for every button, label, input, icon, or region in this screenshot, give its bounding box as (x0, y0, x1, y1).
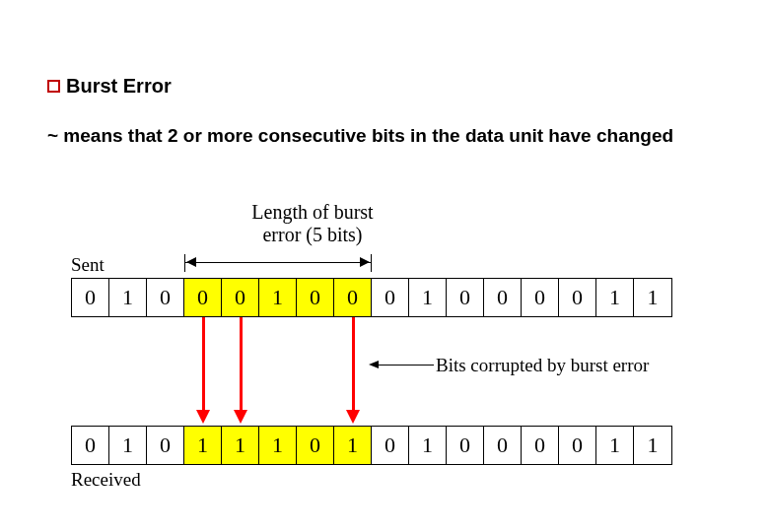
bit-cell: 1 (259, 279, 297, 316)
bit-cell: 0 (522, 279, 559, 316)
burst-span-indicator (184, 254, 372, 272)
bit-cell: 0 (522, 427, 559, 464)
bit-cell: 1 (634, 279, 671, 316)
bit-cell: 0 (372, 427, 409, 464)
bit-cell: 1 (334, 427, 372, 464)
bit-cell: 0 (447, 427, 484, 464)
bit-cell: 0 (484, 279, 522, 316)
received-label: Received (71, 469, 141, 491)
bit-cell: 1 (596, 279, 634, 316)
bit-cell: 1 (409, 427, 447, 464)
bit-cell: 0 (147, 427, 184, 464)
burst-error-diagram: Length of burst error (5 bits) Sent 0100… (71, 197, 698, 512)
bullet-square-icon (47, 80, 60, 93)
bit-cell: 0 (297, 279, 334, 316)
corrupted-bits-label: Bits corrupted by burst error (436, 355, 649, 376)
bit-cell: 0 (559, 427, 596, 464)
span-tick-left (184, 254, 185, 272)
bit-cell: 1 (259, 427, 297, 464)
bit-cell: 0 (447, 279, 484, 316)
sent-label: Sent (71, 254, 105, 276)
span-tick-right (371, 254, 372, 272)
bit-cell: 0 (147, 279, 184, 316)
definition-text: ~ means that 2 or more consecutive bits … (47, 118, 710, 153)
corrupt-arrow-head-icon (369, 361, 379, 368)
bit-cell: 0 (297, 427, 334, 464)
change-arrow-icon (350, 317, 356, 424)
sent-bit-row: 0100010001000011 (71, 278, 672, 317)
corrupt-arrow-line (377, 365, 434, 366)
received-bit-row: 0101110101000011 (71, 426, 672, 465)
bit-cell: 1 (109, 427, 147, 464)
change-arrow-icon (200, 317, 206, 424)
bit-cell: 0 (484, 427, 522, 464)
bit-cell: 1 (109, 279, 147, 316)
bit-cell: 1 (222, 427, 259, 464)
arrow-right-icon (360, 257, 370, 267)
bit-cell: 0 (334, 279, 372, 316)
span-bar (184, 262, 372, 263)
title-row: Burst Error (47, 75, 172, 98)
bit-cell: 1 (184, 427, 222, 464)
change-arrow-icon (238, 317, 244, 424)
bit-cell: 0 (559, 279, 596, 316)
bit-cell: 0 (222, 279, 259, 316)
length-line1: Length of burst (251, 201, 373, 223)
bit-cell: 1 (634, 427, 671, 464)
length-line2: error (5 bits) (262, 224, 362, 245)
bit-cell: 0 (372, 279, 409, 316)
arrow-left-icon (186, 257, 196, 267)
bit-cell: 1 (409, 279, 447, 316)
burst-length-label: Length of burst error (5 bits) (219, 201, 406, 246)
bit-cell: 1 (596, 427, 634, 464)
bit-cell: 0 (184, 279, 222, 316)
bit-cell: 0 (72, 427, 109, 464)
page-title: Burst Error (66, 75, 172, 98)
bit-cell: 0 (72, 279, 109, 316)
